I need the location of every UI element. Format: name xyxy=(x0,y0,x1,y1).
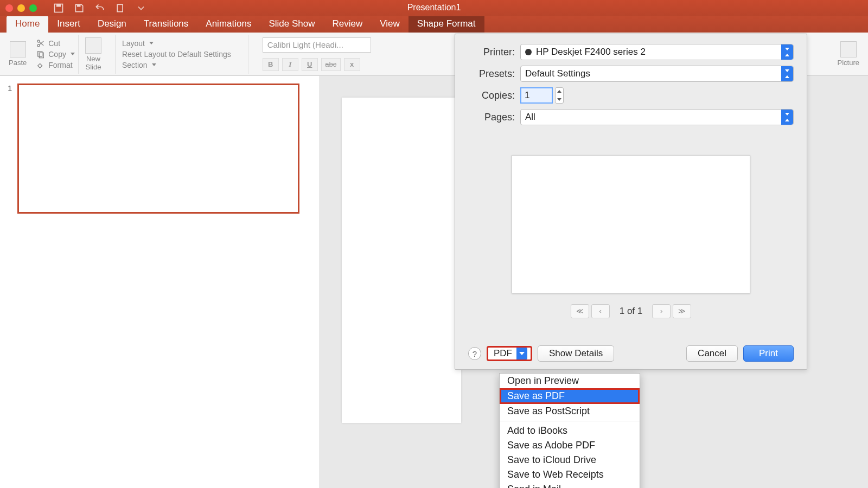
pager-prev-group: ≪ ‹ xyxy=(571,304,610,318)
print-dialog: Printer: HP Deskjet F2400 series 2 Prese… xyxy=(455,34,807,370)
undo-icon[interactable] xyxy=(94,3,105,14)
tab-animations[interactable]: Animations xyxy=(197,16,260,33)
paste-icon xyxy=(10,41,26,57)
svg-rect-3 xyxy=(117,4,123,11)
save-icon[interactable] xyxy=(74,3,85,14)
copies-input[interactable] xyxy=(520,87,553,104)
slide-number: 1 xyxy=(8,84,12,214)
picture-button[interactable]: Picture xyxy=(834,41,863,67)
help-button[interactable]: ? xyxy=(468,347,481,360)
ribbon-tabs: Home Insert Design Transitions Animation… xyxy=(0,16,868,33)
slide-canvas[interactable] xyxy=(342,98,461,423)
cut-button[interactable]: Cut xyxy=(36,39,75,48)
copy-icon xyxy=(36,50,45,59)
copies-row: Copies: xyxy=(468,87,794,104)
new-slide-label: New Slide xyxy=(85,55,101,71)
cancel-button[interactable]: Cancel xyxy=(686,345,738,362)
printer-value: HP Deskjet F2400 series 2 xyxy=(536,47,646,57)
menu-save-to-web-receipts[interactable]: Save to Web Receipts xyxy=(500,467,640,482)
quick-access-toolbar xyxy=(53,3,146,14)
tab-insert[interactable]: Insert xyxy=(48,16,89,33)
tab-transitions[interactable]: Transitions xyxy=(135,16,197,33)
new-slide-button[interactable]: New Slide xyxy=(82,37,105,71)
pdf-dropdown-button[interactable]: PDF xyxy=(487,346,532,361)
tab-shape-format[interactable]: Shape Format xyxy=(409,16,484,33)
preview-pager: ≪ ‹ 1 of 1 › ≫ xyxy=(571,304,692,318)
last-page-button[interactable]: ≫ xyxy=(673,304,691,318)
underline-button[interactable]: U xyxy=(302,58,318,71)
layout-label: Layout xyxy=(122,39,145,48)
section-button[interactable]: Section xyxy=(122,61,231,69)
bold-button[interactable]: B xyxy=(263,58,279,71)
svg-rect-6 xyxy=(38,51,42,56)
svg-rect-7 xyxy=(40,53,44,57)
slide-thumbnail[interactable] xyxy=(17,84,299,214)
tab-review[interactable]: Review xyxy=(324,16,372,33)
page-indicator: 1 of 1 xyxy=(620,306,643,317)
copy-label: Copy xyxy=(48,50,66,59)
font-name-value: Calibri Light (Headi... xyxy=(267,40,343,49)
menu-save-to-icloud[interactable]: Save to iCloud Drive xyxy=(500,453,640,467)
copies-label: Copies: xyxy=(468,90,515,101)
scissors-icon xyxy=(36,39,45,48)
titlebar: Presentation1 xyxy=(0,0,868,16)
tab-view[interactable]: View xyxy=(371,16,409,33)
print-dialog-footer: ? PDF Show Details Cancel Print xyxy=(468,345,794,362)
reset-layout-button[interactable]: Reset Layout to Default Settings xyxy=(122,50,231,59)
thumbnail-row[interactable]: 1 xyxy=(8,84,312,214)
pages-value: All xyxy=(525,112,535,123)
font-name-select[interactable]: Calibri Light (Headi... xyxy=(263,37,371,53)
paste-button[interactable]: Paste xyxy=(5,41,30,67)
italic-button[interactable]: I xyxy=(282,58,298,71)
tab-home[interactable]: Home xyxy=(7,16,48,33)
pages-select[interactable]: All xyxy=(520,109,794,125)
print-button[interactable]: Print xyxy=(743,345,794,362)
copies-stepper[interactable] xyxy=(555,87,564,104)
layout-button[interactable]: Layout xyxy=(122,39,231,48)
paste-label: Paste xyxy=(9,59,27,67)
show-details-button[interactable]: Show Details xyxy=(538,345,614,362)
next-page-button[interactable]: › xyxy=(652,304,671,318)
menu-separator xyxy=(500,421,640,421)
section-label: Section xyxy=(122,61,148,69)
print-preview-page xyxy=(512,155,750,293)
prev-page-button[interactable]: ‹ xyxy=(591,304,610,318)
pager-next-group: › ≫ xyxy=(652,304,691,318)
pdf-label: PDF xyxy=(494,348,512,359)
window-controls xyxy=(5,4,37,12)
cut-label: Cut xyxy=(48,39,60,48)
chevron-down-icon xyxy=(149,42,154,44)
strikethrough-button[interactable]: abc xyxy=(321,58,341,71)
chevron-down-icon xyxy=(71,53,75,55)
menu-send-in-mail[interactable]: Send in Mail xyxy=(500,482,640,488)
autosave-icon[interactable] xyxy=(53,3,64,14)
tab-design[interactable]: Design xyxy=(89,16,135,33)
dropdown-caret-icon xyxy=(781,66,793,81)
brush-icon xyxy=(36,61,45,69)
presets-select[interactable]: Default Settings xyxy=(520,66,794,82)
copy-button[interactable]: Copy xyxy=(36,50,75,59)
printer-select[interactable]: HP Deskjet F2400 series 2 xyxy=(520,44,794,60)
menu-open-in-preview[interactable]: Open in Preview xyxy=(500,374,640,388)
svg-rect-2 xyxy=(77,4,81,7)
menu-save-as-pdf[interactable]: Save as PDF xyxy=(500,388,640,404)
pages-row: Pages: All xyxy=(468,109,794,125)
clear-format-button[interactable]: x xyxy=(344,58,360,71)
format-label: Format xyxy=(48,61,72,69)
maximize-window-icon[interactable] xyxy=(29,4,37,12)
pdf-dropdown-menu: Open in Preview Save as PDF Save as Post… xyxy=(499,373,640,488)
new-slide-icon xyxy=(85,37,101,54)
qat-customize-icon[interactable] xyxy=(136,3,146,14)
group-separator xyxy=(108,35,116,74)
first-page-button[interactable]: ≪ xyxy=(571,304,589,318)
clipboard-group: Cut Copy Format xyxy=(33,35,79,74)
format-painter-button[interactable]: Format xyxy=(36,61,75,69)
minimize-window-icon[interactable] xyxy=(17,4,25,12)
menu-save-as-postscript[interactable]: Save as PostScript xyxy=(500,404,640,419)
close-window-icon[interactable] xyxy=(5,4,13,12)
tab-slideshow[interactable]: Slide Show xyxy=(260,16,323,33)
menu-save-as-adobe-pdf[interactable]: Save as Adobe PDF xyxy=(500,438,640,453)
redo-icon[interactable] xyxy=(115,3,126,14)
group-separator xyxy=(238,35,248,74)
menu-add-to-ibooks[interactable]: Add to iBooks xyxy=(500,423,640,438)
